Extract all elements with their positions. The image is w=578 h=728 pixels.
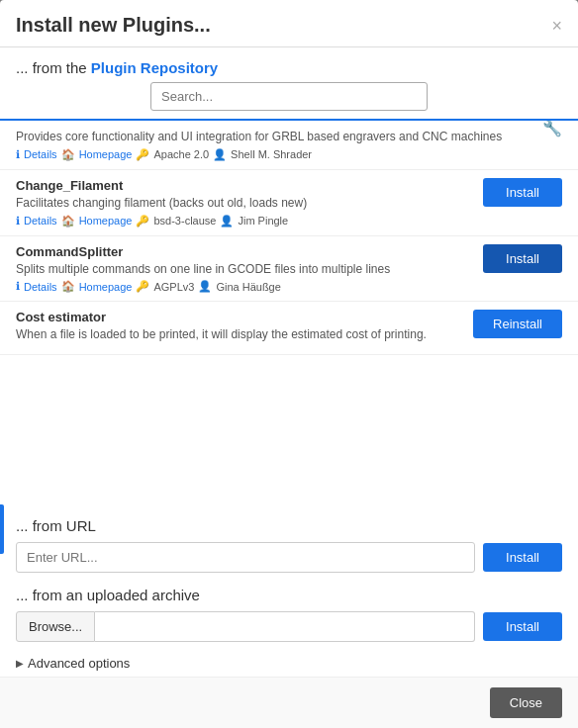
dialog-title: Install new Plugins... <box>16 14 211 37</box>
details-link[interactable]: Details <box>24 281 57 293</box>
author-text: Shell M. Shrader <box>231 148 312 160</box>
plugin-item: Cost estimator When a file is loaded to … <box>0 302 578 355</box>
url-section: ... from URL Install <box>0 507 578 579</box>
details-link[interactable]: Details <box>24 215 57 227</box>
home-icon: 🏠 <box>61 215 75 228</box>
license-text: bsd-3-clause <box>153 215 216 227</box>
browse-button[interactable]: Browse... <box>16 611 95 642</box>
file-input-wrapper: Browse... <box>16 611 475 642</box>
license-icon: 🔑 <box>136 148 149 161</box>
plugin-info: CommandSplitter Splits multiple commands… <box>16 244 473 294</box>
homepage-link[interactable]: Homepage <box>79 215 133 227</box>
license-icon: 🔑 <box>136 280 149 293</box>
author-icon: 👤 <box>198 280 212 293</box>
author-text: Gina Häußge <box>216 281 280 293</box>
author-icon: 👤 <box>220 215 234 228</box>
plugin-info: Change_Filament Facilitates changing fil… <box>16 178 473 228</box>
archive-section: ... from an uploaded archive Browse... I… <box>0 579 578 648</box>
repo-prefix: ... from the <box>16 59 91 76</box>
homepage-link[interactable]: Homepage <box>79 281 133 293</box>
url-section-title: ... from URL <box>16 517 562 534</box>
info-icon: ℹ <box>16 215 20 228</box>
plugin-desc: Provides core functionality and UI integ… <box>16 129 562 145</box>
install-button[interactable]: Install <box>483 178 562 207</box>
repo-link[interactable]: Plugin Repository <box>91 59 218 76</box>
left-accent <box>0 504 4 554</box>
install-plugins-dialog: Install new Plugins... × ... from the Pl… <box>0 0 578 728</box>
plugin-meta: ℹ Details 🏠 Homepage 🔑 AGPLv3 👤 Gina Häu… <box>16 280 473 293</box>
details-link[interactable]: Details <box>24 148 57 160</box>
search-container <box>0 82 578 119</box>
author-text: Jim Pingle <box>238 215 288 227</box>
search-input[interactable] <box>150 82 428 111</box>
install-button-active[interactable]: Install <box>483 244 562 273</box>
archive-row: Browse... Install <box>16 611 562 642</box>
plugin-desc: Splits multiple commands on one line in … <box>16 261 473 278</box>
url-install-button[interactable]: Install <box>483 543 562 572</box>
url-row: Install <box>16 542 562 573</box>
plugin-name: CommandSplitter <box>16 244 473 259</box>
info-icon: ℹ <box>16 280 20 293</box>
advanced-options-label: Advanced options <box>28 656 130 671</box>
advanced-options[interactable]: ▶ Advanced options <box>0 648 578 677</box>
archive-install-button[interactable]: Install <box>483 612 562 641</box>
home-icon: 🏠 <box>61 280 75 293</box>
reinstall-button[interactable]: Reinstall <box>473 310 562 338</box>
chevron-right-icon: ▶ <box>16 658 24 669</box>
url-input[interactable] <box>16 542 475 573</box>
dialog-body: ... from the Plugin Repository 🔧 Provide… <box>0 47 578 677</box>
license-text: AGPLv3 <box>153 281 194 293</box>
plugin-item: Change_Filament Facilitates changing fil… <box>0 170 578 236</box>
home-icon: 🏠 <box>61 148 75 161</box>
dialog-header: Install new Plugins... × <box>0 0 578 47</box>
plugin-desc: Facilitates changing filament (backs out… <box>16 195 473 212</box>
close-button[interactable]: Close <box>490 687 562 718</box>
plugin-info: Cost estimator When a file is loaded to … <box>16 310 463 346</box>
dialog-footer: Close <box>0 677 578 728</box>
plugin-item: Provides core functionality and UI integ… <box>0 121 578 170</box>
info-icon: ℹ <box>16 148 20 161</box>
plugin-name: Cost estimator <box>16 310 463 324</box>
close-x-button[interactable]: × <box>551 17 562 35</box>
file-display <box>95 611 475 642</box>
archive-section-title: ... from an uploaded archive <box>16 587 562 603</box>
plugin-item: CommandSplitter Splits multiple commands… <box>0 236 578 303</box>
license-text: Apache 2.0 <box>153 148 209 160</box>
plugin-desc: When a file is loaded to be printed, it … <box>16 326 463 343</box>
plugin-meta: ℹ Details 🏠 Homepage 🔑 bsd-3-clause 👤 Ji… <box>16 215 473 228</box>
plugin-name: Change_Filament <box>16 178 473 193</box>
plugin-list-area: Provides core functionality and UI integ… <box>0 119 578 507</box>
author-icon: 👤 <box>213 148 227 161</box>
homepage-link[interactable]: Homepage <box>79 148 133 160</box>
plugin-meta: ℹ Details 🏠 Homepage 🔑 Apache 2.0 👤 Shel… <box>16 148 562 161</box>
plugin-info: Provides core functionality and UI integ… <box>16 129 562 161</box>
repo-section-header: ... from the Plugin Repository <box>0 47 578 82</box>
license-icon: 🔑 <box>136 215 149 228</box>
